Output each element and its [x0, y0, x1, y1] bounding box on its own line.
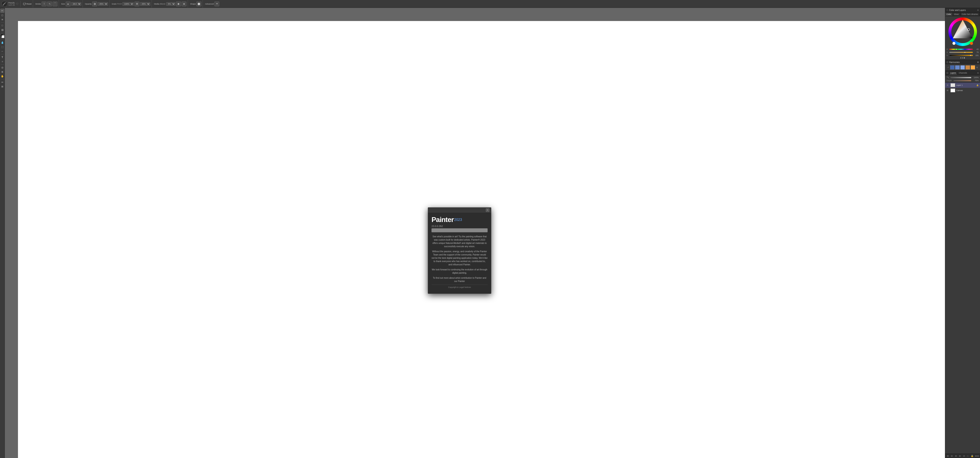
canvas-thumb — [950, 89, 955, 92]
reset-icon — [23, 2, 26, 5]
tab-mixer[interactable]: Mixer — [953, 13, 961, 16]
description4: To find out more about artist contributi… — [431, 276, 488, 283]
depth-slider[interactable] — [953, 80, 971, 81]
tab-color[interactable]: Color — [945, 13, 953, 16]
slider-dots — [947, 57, 979, 59]
sat-value: 75 — [974, 51, 979, 54]
transform-tool[interactable]: ↔ — [0, 49, 5, 53]
shape-tool[interactable]: □ — [0, 24, 5, 27]
val-label: V — [947, 54, 948, 57]
svg-point-6 — [952, 42, 956, 45]
canvas-visibility[interactable]: 👁 — [947, 89, 950, 92]
stroke-icon2[interactable]: ∿ — [47, 2, 52, 6]
layer-tool-5[interactable]: ⊘ — [963, 455, 965, 457]
advanced-label: Advanced — [205, 3, 214, 5]
advanced-icon[interactable]: ✦ — [215, 2, 219, 6]
app-year: 2023 — [454, 218, 462, 222]
harmony-swatch-4[interactable] — [965, 65, 970, 70]
dot3 — [978, 456, 979, 456]
dropper-tool[interactable]: 💧 — [0, 41, 5, 44]
size-select[interactable]: 28.0 — [71, 2, 81, 6]
canvas-row[interactable]: 👁 Canvas — [945, 88, 980, 93]
clone-tool[interactable]: ◎ — [0, 65, 5, 70]
selection-tool[interactable]: ⬚ — [0, 45, 5, 49]
brush-tool[interactable]: ✏ — [0, 9, 5, 13]
grid-tool[interactable]: ⊞ — [0, 84, 5, 89]
opacity-select[interactable]: 25% — [98, 2, 108, 6]
shape-icon: ⬤ — [196, 2, 201, 6]
blend-select[interactable]: 5% — [166, 2, 175, 6]
dialog-close-button[interactable]: × — [486, 208, 489, 212]
brush-selector[interactable]: Pencils Soft 2B ♡ — [1, 1, 21, 7]
text-tool[interactable]: T — [0, 55, 5, 59]
stroke-icon1[interactable]: ⌇ — [41, 2, 46, 6]
brush-category: Pencils — [8, 2, 15, 4]
panel-title: Color and Layers — [949, 9, 966, 11]
color-wheel[interactable] — [948, 17, 977, 46]
dialog-body: Painter2023 23.0.0.352 See what's possib… — [428, 213, 491, 293]
canvas-area[interactable]: × Painter2023 23.0.0.352 See what's poss… — [5, 8, 945, 458]
blend-label: Blend: — [160, 3, 166, 5]
harmony-expand-icon[interactable]: ⊞ — [975, 66, 979, 69]
media-icon1[interactable]: ◉ — [176, 2, 181, 6]
layer-mode-icon[interactable] — [947, 76, 950, 79]
eraser-tool[interactable]: ◻ — [0, 13, 5, 17]
harmony-tool-icon[interactable]: ↗ — [947, 66, 950, 69]
favorite-icon[interactable]: ♡ — [16, 2, 19, 6]
magnifier-tool[interactable]: ⊕ — [0, 70, 5, 74]
layer-1-lock: 🔒 — [976, 84, 979, 86]
divider4 — [1, 54, 4, 54]
layer-tool-6[interactable]: □ — [967, 455, 969, 457]
grain-reset-label: Reset — [117, 3, 122, 5]
color-tabs: Color Mixer Color Set Libraries — [945, 13, 980, 16]
crop-tool[interactable]: ⌗ — [0, 60, 5, 63]
tab-color-set[interactable]: Color Set Libraries — [961, 13, 980, 16]
sat-slider-row: S 75 — [947, 51, 979, 54]
val-track[interactable] — [949, 55, 973, 56]
harmony-swatch-2[interactable] — [955, 65, 959, 70]
color-sliders: H 42 S 75 V 181 — [945, 47, 980, 60]
layer-1-visibility[interactable]: 👁 — [947, 84, 950, 87]
layer-tool-3[interactable]: ⊕ — [955, 455, 957, 457]
media-icon2[interactable]: ◈ — [181, 2, 186, 6]
canvas-white[interactable]: × Painter2023 23.0.0.352 See what's poss… — [18, 21, 945, 458]
about-dialog: × Painter2023 23.0.0.352 See what's poss… — [428, 207, 491, 294]
grain-value-select[interactable]: 25% — [140, 2, 150, 6]
right-panel: ⬡ Color and Layers ≡ Color Mixer Color S… — [945, 8, 980, 458]
smear-tool[interactable]: ≋ — [0, 17, 5, 21]
sat-track[interactable] — [949, 52, 973, 53]
layer-tool-2[interactable]: ⊟ — [950, 455, 953, 457]
harmonies-menu[interactable]: ≡ — [977, 61, 979, 64]
depth-row: Depth 75% — [947, 79, 979, 82]
harmonies-title: Harmonies — [949, 61, 959, 63]
layer-tool-1[interactable]: ⊞ — [947, 455, 949, 457]
layer-tool-4[interactable]: ⊗ — [959, 455, 961, 457]
val-value: 181 — [974, 54, 979, 57]
color-layers-header: ⬡ Color and Layers ≡ — [945, 8, 980, 13]
layers-menu[interactable]: ≡ — [977, 71, 979, 74]
layer-row-1[interactable]: 👁 Layer 1 🔒 — [945, 82, 980, 88]
hue-track[interactable] — [949, 49, 973, 50]
tab-layers[interactable]: Layers — [950, 71, 957, 74]
tab-channels[interactable]: Channels — [958, 71, 968, 74]
mirror-tool[interactable]: ⇔ — [0, 80, 5, 84]
stroke-icon3[interactable]: ⌒ — [52, 2, 57, 6]
size-icon: ● — [66, 2, 70, 6]
description3: We look forward to continuing the evolut… — [431, 268, 488, 274]
depth-label: Depth — [947, 79, 953, 82]
harmony-swatch-1[interactable] — [950, 65, 955, 70]
color-swatches[interactable] — [0, 34, 5, 38]
size-label: Size — [61, 3, 65, 5]
harmony-swatch-3[interactable] — [960, 65, 965, 70]
harmony-swatch-5[interactable] — [970, 65, 975, 70]
color-wheel-area[interactable] — [945, 16, 980, 47]
background-swatch[interactable] — [2, 35, 5, 38]
layer-tool-7[interactable]: 🔒 — [970, 455, 974, 457]
opacity-slider[interactable] — [950, 77, 971, 78]
panel-menu-button[interactable]: ≡ — [977, 8, 979, 12]
brush-icon — [1, 1, 8, 7]
pan-tool[interactable]: ✋ — [0, 74, 5, 78]
harmonies-section: ⬡ Harmonies ≡ ↗ ⊞ — [945, 60, 980, 70]
grain-select[interactable]: 100% — [123, 2, 134, 6]
fill-tool[interactable]: ▨ — [0, 28, 5, 32]
